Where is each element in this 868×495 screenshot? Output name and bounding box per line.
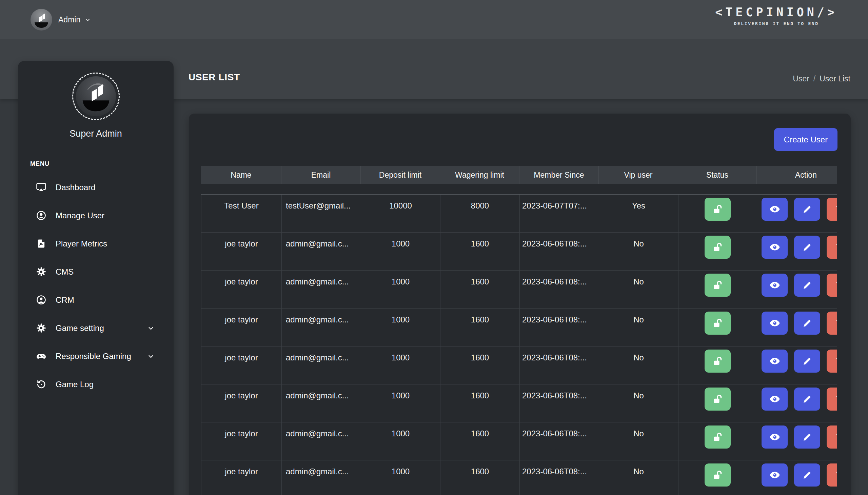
pencil-icon xyxy=(802,432,812,442)
gamepad-icon xyxy=(36,351,47,361)
cell-deposit-limit: 10000 xyxy=(361,194,440,232)
view-user-button[interactable] xyxy=(762,349,788,373)
sidebar-item-cms[interactable]: CMS xyxy=(18,258,174,286)
pencil-icon xyxy=(802,280,812,290)
table-row: Test User testUser@gmail... 10000 8000 2… xyxy=(201,194,837,233)
trash-icon xyxy=(835,432,837,442)
trash-icon xyxy=(835,242,837,252)
delete-user-button[interactable] xyxy=(827,463,837,487)
sidebar-item-dashboard[interactable]: Dashboard xyxy=(18,173,174,201)
edit-user-button[interactable] xyxy=(794,274,820,297)
cell-email: admin@gmail.c... xyxy=(282,233,361,270)
status-unlock-button[interactable] xyxy=(704,463,731,487)
edit-user-button[interactable] xyxy=(794,426,820,448)
cell-status xyxy=(679,194,757,232)
pencil-icon xyxy=(802,318,812,328)
sidebar-item-responsible-gaming[interactable]: Responsible Gaming xyxy=(18,342,174,370)
cell-deposit-limit: 1000 xyxy=(361,423,440,460)
edit-user-button[interactable] xyxy=(794,311,820,335)
cell-deposit-limit: 1000 xyxy=(361,460,440,495)
view-user-button[interactable] xyxy=(762,274,788,297)
column-header-action: Action xyxy=(757,166,837,184)
status-unlock-button[interactable] xyxy=(704,198,731,221)
status-unlock-button[interactable] xyxy=(704,311,731,335)
status-unlock-button[interactable] xyxy=(704,426,731,448)
user-circle-icon xyxy=(36,210,47,221)
unlock-icon xyxy=(712,242,723,253)
trash-icon xyxy=(835,356,837,366)
table-row: joe taylor admin@gmail.c... 1000 1600 20… xyxy=(201,423,837,460)
edit-user-button[interactable] xyxy=(794,198,820,221)
brand-tagline: DELIVERING IT END TO END xyxy=(715,21,837,26)
eye-icon xyxy=(769,279,781,291)
view-user-button[interactable] xyxy=(762,311,788,335)
sidebar-item-game-log[interactable]: Game Log xyxy=(18,370,174,398)
pencil-icon xyxy=(802,204,812,214)
user-table: Name Email Deposit limit Wagering limit … xyxy=(201,166,837,495)
cell-member-since: 2023-06-06T08:... xyxy=(520,385,599,422)
table-row: joe taylor admin@gmail.c... 1000 1600 20… xyxy=(201,460,837,495)
unlock-icon xyxy=(712,470,723,480)
brand-mark-icon xyxy=(31,9,52,31)
status-unlock-button[interactable] xyxy=(704,388,731,411)
delete-user-button[interactable] xyxy=(827,349,837,373)
edit-user-button[interactable] xyxy=(794,463,820,487)
cell-action xyxy=(757,423,837,460)
status-unlock-button[interactable] xyxy=(704,349,731,373)
sidebar-item-player-metrics[interactable]: Player Metrics xyxy=(18,229,174,258)
sidebar-item-game-setting[interactable]: Game setting xyxy=(18,314,174,342)
cell-vip-user: No xyxy=(599,423,679,460)
delete-user-button[interactable] xyxy=(827,236,837,259)
cell-name: joe taylor xyxy=(201,423,282,460)
delete-user-button[interactable] xyxy=(827,274,837,297)
cell-wagering-limit: 1600 xyxy=(440,460,520,495)
view-user-button[interactable] xyxy=(762,463,788,487)
edit-user-button[interactable] xyxy=(794,236,820,259)
chevron-down-icon xyxy=(147,324,155,332)
delete-user-button[interactable] xyxy=(827,198,837,221)
view-user-button[interactable] xyxy=(762,388,788,411)
admin-dropdown[interactable]: Admin xyxy=(58,0,91,39)
eye-icon xyxy=(769,355,781,367)
status-unlock-button[interactable] xyxy=(704,236,731,259)
view-user-button[interactable] xyxy=(762,426,788,448)
cell-name: joe taylor xyxy=(201,346,282,384)
avatar-ring xyxy=(72,72,120,120)
cell-name: Test User xyxy=(201,194,282,232)
sidebar-item-manage-user[interactable]: Manage User xyxy=(18,201,174,229)
cell-email: admin@gmail.c... xyxy=(282,385,361,422)
unlock-icon xyxy=(712,394,723,405)
view-user-button[interactable] xyxy=(762,236,788,259)
view-user-button[interactable] xyxy=(762,198,788,221)
topbar-avatar[interactable] xyxy=(31,9,52,31)
cell-wagering-limit: 8000 xyxy=(440,194,520,232)
cell-status xyxy=(679,233,757,270)
unlock-icon xyxy=(712,356,723,366)
cell-action xyxy=(757,346,837,384)
cell-vip-user: Yes xyxy=(599,194,679,232)
delete-user-button[interactable] xyxy=(827,426,837,448)
cell-vip-user: No xyxy=(599,309,679,346)
eye-icon xyxy=(769,203,781,215)
cell-deposit-limit: 1000 xyxy=(361,233,440,270)
sidebar-item-label: Player Metrics xyxy=(56,239,107,249)
delete-user-button[interactable] xyxy=(827,388,837,411)
delete-user-button[interactable] xyxy=(827,311,837,335)
trash-icon xyxy=(835,470,837,480)
sidebar-item-crm[interactable]: CRM xyxy=(18,286,174,314)
table-row: joe taylor admin@gmail.c... 1000 1600 20… xyxy=(201,309,837,346)
cell-status xyxy=(679,309,757,346)
create-user-button[interactable]: Create User xyxy=(774,128,837,151)
edit-user-button[interactable] xyxy=(794,388,820,411)
cell-email: testUser@gmail... xyxy=(282,194,361,232)
sidebar-item-label: Manage User xyxy=(56,211,104,220)
cell-email: admin@gmail.c... xyxy=(282,460,361,495)
cell-wagering-limit: 1600 xyxy=(440,385,520,422)
edit-user-button[interactable] xyxy=(794,349,820,373)
breadcrumb-parent-link[interactable]: User xyxy=(793,74,809,83)
breadcrumb-current: User List xyxy=(819,74,850,83)
breadcrumb-separator: / xyxy=(813,74,815,83)
cell-wagering-limit: 1600 xyxy=(440,233,520,270)
status-unlock-button[interactable] xyxy=(704,274,731,297)
sidebar: Super Admin MENU Dashboard Manage User xyxy=(18,61,174,495)
